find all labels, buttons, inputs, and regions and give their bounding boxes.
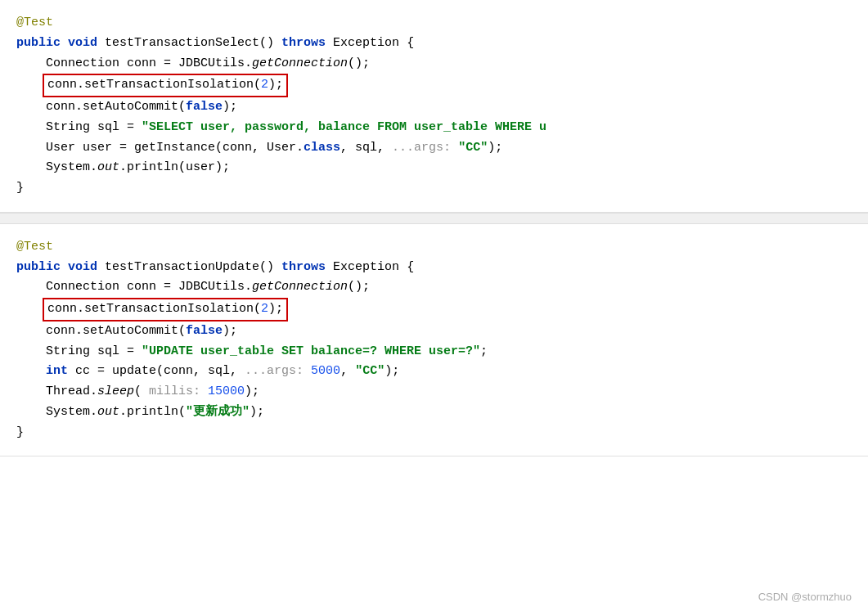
line-sleep: Thread.sleep( millis: 15000);: [16, 382, 852, 402]
keyword-void: void: [68, 36, 97, 50]
method-out-2: out: [97, 405, 119, 419]
keyword-false-1: false: [186, 100, 223, 114]
highlighted-isolation-2: conn.setTransactionIsolation(2);: [43, 298, 288, 321]
method-out-1: out: [97, 160, 119, 174]
line-autocommit-1: conn.setAutoCommit(false);: [16, 97, 852, 118]
string-success: "更新成功": [186, 405, 250, 419]
line-sql-2: String sql = "UPDATE user_table SET bala…: [16, 342, 852, 362]
number-2-1: 2: [261, 78, 268, 92]
method-getconn-2: getConnection: [252, 280, 348, 294]
line-close-1: }: [16, 178, 852, 199]
line-user-1: User user = getInstance(conn, User.class…: [16, 138, 852, 159]
number-2-2: 2: [261, 302, 268, 316]
line-autocommit-2: conn.setAutoCommit(false);: [16, 321, 852, 342]
line-isolation-2: conn.setTransactionIsolation(2);: [16, 298, 852, 321]
line-println-2: System.out.println("更新成功");: [16, 402, 852, 423]
args-label-1: ...args:: [392, 141, 451, 155]
keyword-throws: throws: [281, 36, 326, 50]
keyword-void-2: void: [68, 260, 97, 274]
annotation-2: @Test: [16, 237, 852, 258]
code-block-1: @Test public void testTransactionSelect(…: [0, 0, 868, 213]
keyword-public-2: public: [16, 260, 61, 274]
watermark: CSDN @stormzhuo: [758, 589, 852, 606]
number-15000: 15000: [208, 384, 245, 398]
line-method-2: public void testTransactionUpdate() thro…: [16, 258, 852, 278]
line-conn-1: Connection conn = JDBCUtils.getConnectio…: [16, 54, 852, 74]
string-update: "UPDATE user_table SET balance=? WHERE u…: [142, 344, 480, 358]
keyword-throws-2: throws: [281, 260, 326, 274]
method-sleep: sleep: [97, 384, 134, 398]
keyword-false-2: false: [186, 324, 223, 338]
highlighted-isolation-1: conn.setTransactionIsolation(2);: [43, 74, 288, 97]
annotation-1: @Test: [16, 13, 852, 34]
keyword-public: public: [16, 36, 61, 50]
number-5000: 5000: [311, 364, 340, 378]
keyword-int: int: [46, 364, 68, 378]
line-isolation-1: conn.setTransactionIsolation(2);: [16, 74, 852, 97]
block-separator: [0, 213, 868, 224]
method-getconn-1: getConnection: [252, 56, 348, 70]
string-cc-2: "CC": [355, 364, 385, 378]
string-select: "SELECT user, password, balance FROM use…: [142, 120, 546, 134]
code-block-2: @Test public void testTransactionUpdate(…: [0, 224, 868, 457]
millis-label: millis:: [149, 384, 200, 398]
line-close-2: }: [16, 423, 852, 443]
line-method-1: public void testTransactionSelect() thro…: [16, 34, 852, 54]
args-label-2: ...args:: [245, 364, 304, 378]
keyword-class-1: class: [304, 141, 340, 155]
line-int-cc: int cc = update(conn, sql, ...args: 5000…: [16, 362, 852, 382]
line-println-1: System.out.println(user);: [16, 158, 852, 178]
line-conn-2: Connection conn = JDBCUtils.getConnectio…: [16, 277, 852, 298]
line-sql-1: String sql = "SELECT user, password, bal…: [16, 118, 852, 138]
code-container: @Test public void testTransactionSelect(…: [0, 0, 868, 616]
string-cc-1: "CC": [458, 141, 488, 155]
